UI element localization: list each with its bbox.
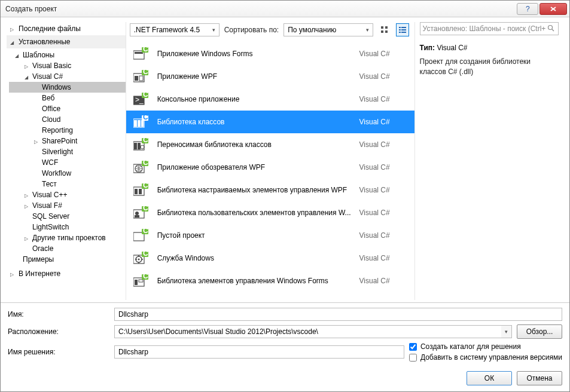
svg-rect-7	[399, 29, 401, 30]
tree-windows[interactable]: Windows	[9, 82, 126, 93]
create-directory-check[interactable]	[409, 343, 417, 351]
svg-rect-42	[135, 189, 138, 194]
tree-sql-server[interactable]: SQL Server	[9, 211, 126, 222]
close-button[interactable]	[539, 3, 567, 15]
details-type-line: Тип: Visual C#	[420, 44, 559, 52]
tree-visual-csharp[interactable]: Visual C#	[9, 71, 126, 82]
tree-sharepoint[interactable]: SharePoint	[9, 136, 126, 146]
wpf-icon: C#	[133, 69, 149, 84]
winforms-icon: C#	[133, 46, 149, 62]
template-panel: .NET Framework 4.5 ▾ Сортировать по: По …	[126, 22, 415, 300]
template-row[interactable]: C#Пустой проектVisual C#	[126, 224, 414, 247]
template-row[interactable]: C#Библиотека классовVisual C#	[126, 111, 414, 133]
name-label: Имя:	[8, 310, 109, 318]
svg-rect-1	[381, 26, 383, 29]
tree-test[interactable]: Тест	[9, 179, 126, 189]
framework-select[interactable]: .NET Framework 4.5 ▾	[130, 23, 220, 36]
create-directory-label: Создать каталог для решения	[420, 342, 521, 351]
tree-reporting[interactable]: Reporting	[9, 125, 126, 136]
svg-rect-61	[139, 280, 143, 282]
tree-samples[interactable]: Примеры	[9, 254, 126, 265]
solution-input[interactable]	[114, 345, 404, 359]
view-medium-icons-button[interactable]	[378, 23, 391, 36]
svg-text:C#: C#	[143, 206, 149, 212]
template-lang: Visual C#	[359, 140, 407, 149]
template-lang: Visual C#	[359, 50, 407, 58]
svg-rect-26	[134, 120, 137, 127]
window-title: Создать проект	[5, 5, 516, 13]
tree-item-label: Office	[42, 105, 60, 113]
template-row[interactable]: C#Приложение WPFVisual C#	[126, 65, 414, 88]
tree-silverlight[interactable]: Silverlight	[9, 146, 126, 157]
search-icon	[547, 24, 556, 33]
svg-rect-27	[138, 120, 141, 127]
tree-workflow[interactable]: Workflow	[9, 168, 126, 179]
tree-item-label: Примеры	[23, 255, 54, 264]
svg-rect-17	[139, 76, 143, 81]
source-control-check[interactable]	[409, 354, 417, 362]
location-input[interactable]	[114, 325, 501, 338]
ok-button[interactable]: ОК	[467, 371, 512, 385]
tree-visual-cpp[interactable]: Visual C++	[9, 189, 126, 200]
create-directory-checkbox[interactable]: Создать каталог для решения	[409, 342, 562, 351]
name-input[interactable]	[114, 308, 562, 321]
template-tree: ШаблоныVisual BasicVisual C#WindowsВебOf…	[9, 50, 126, 265]
chevron-down-icon[interactable]: ▾	[501, 325, 512, 338]
svg-text:C#: C#	[143, 47, 149, 53]
tree-item-label: Веб	[42, 94, 54, 102]
tree-lightswitch[interactable]: LightSwitch	[9, 222, 126, 232]
svg-rect-8	[401, 29, 406, 30]
browse-button[interactable]: Обзор...	[517, 324, 562, 339]
view-small-icons-button[interactable]	[396, 23, 409, 36]
location-combo[interactable]: ▾	[114, 325, 512, 338]
sidebar-section-installed[interactable]: Установленные	[7, 35, 126, 48]
template-row[interactable]: C#Приложение Windows FormsVisual C#	[126, 42, 414, 65]
tree-templates[interactable]: Шаблоны	[9, 50, 126, 60]
tree-oracle[interactable]: Oracle	[9, 243, 126, 254]
cancel-button[interactable]: Отмена	[517, 371, 562, 385]
chevron-right-icon	[10, 24, 16, 33]
tree-visual-basic[interactable]: Visual Basic	[9, 60, 126, 71]
template-row[interactable]: C#Библиотека пользовательских элементов …	[126, 201, 414, 224]
tree-cloud[interactable]: Cloud	[9, 114, 126, 125]
formsctrl-icon: C#	[133, 273, 149, 289]
tree-item-label: Cloud	[42, 115, 60, 124]
template-row[interactable]: >_C#Консольное приложениеVisual C#	[126, 88, 414, 111]
search-input[interactable]: Установлено: Шаблоны - поиск (Ctrl+	[420, 22, 559, 35]
source-control-checkbox[interactable]: Добавить в систему управления версиями	[409, 353, 562, 362]
svg-text:C#: C#	[143, 229, 149, 235]
sidebar: Последние файлы Установленные ШаблоныVis…	[7, 22, 126, 300]
help-button[interactable]: ?	[517, 3, 538, 15]
sort-select[interactable]: По умолчанию ▾	[284, 23, 373, 36]
template-lang: Visual C#	[359, 163, 407, 172]
tree-other-project-types[interactable]: Другие типы проектов	[9, 232, 126, 243]
console-icon: >_C#	[133, 91, 149, 107]
template-name: Переносимая библиотека классов	[157, 140, 351, 149]
checkbox-group: Создать каталог для решения Добавить в с…	[409, 342, 562, 362]
solution-label: Имя решения:	[8, 348, 109, 356]
template-row[interactable]: C#Приложение обозревателя WPFVisual C#	[126, 156, 414, 179]
tree-item-label: Visual C#	[32, 72, 63, 81]
svg-rect-6	[401, 27, 406, 28]
template-name: Консольное приложение	[157, 95, 351, 103]
template-row[interactable]: C#Библиотека элементов управления Window…	[126, 270, 414, 292]
template-row[interactable]: C#Библиотека настраиваемых элементов упр…	[126, 179, 414, 201]
sort-value: По умолчанию	[288, 26, 336, 34]
template-row[interactable]: C#Переносимая библиотека классовVisual C…	[126, 133, 414, 156]
tree-web[interactable]: Веб	[9, 93, 126, 103]
chevron-down-icon	[15, 51, 21, 59]
svg-rect-33	[138, 143, 141, 149]
svg-point-47	[135, 212, 139, 215]
tree-item-label: Reporting	[42, 126, 73, 134]
svg-rect-10	[401, 32, 406, 33]
tree-item-label: SharePoint	[42, 137, 77, 145]
tree-wcf[interactable]: WCF	[9, 157, 126, 168]
svg-text:?: ?	[526, 6, 530, 12]
sidebar-section-recent[interactable]: Последние файлы	[7, 22, 126, 35]
sidebar-section-online[interactable]: В Интернете	[7, 267, 126, 280]
template-row[interactable]: C#Служба WindowsVisual C#	[126, 247, 414, 270]
tree-visual-fsharp[interactable]: Visual F#	[9, 200, 126, 211]
service-icon: C#	[133, 250, 149, 266]
svg-rect-5	[399, 27, 401, 28]
tree-office[interactable]: Office	[9, 103, 126, 114]
